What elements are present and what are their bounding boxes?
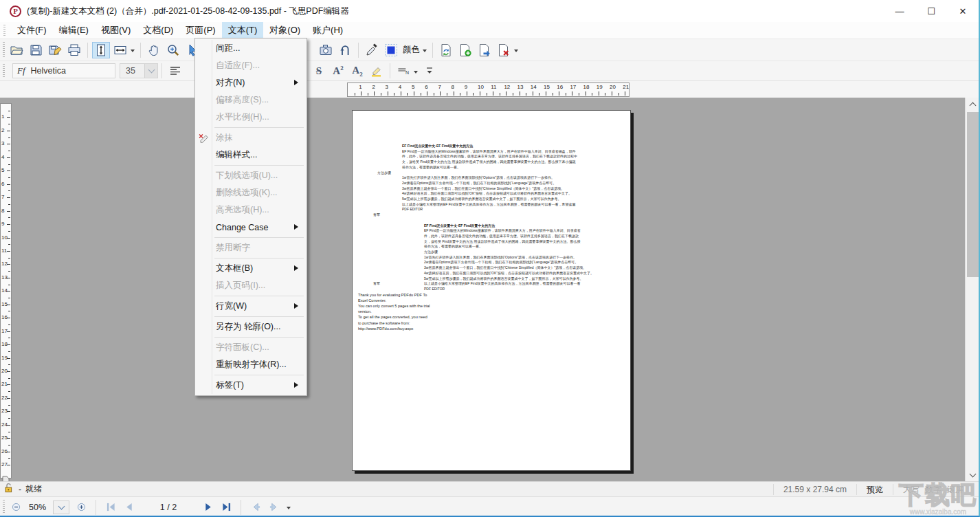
- text-menu-item[interactable]: 编辑样式...: [195, 146, 307, 164]
- document-line: 方法步骤: [353, 170, 630, 176]
- font-size-dropdown-button[interactable]: [144, 64, 157, 78]
- ruler-horizontal: 123456789101112131415161718192021: [347, 82, 630, 97]
- snapshot-icon[interactable]: [317, 42, 335, 58]
- align-left-icon[interactable]: [166, 63, 184, 79]
- toolbar-grip[interactable]: [0, 39, 7, 60]
- vertical-scrollbar[interactable]: [965, 98, 979, 481]
- scrollbar-thumb[interactable]: [967, 112, 979, 277]
- document-line: Thank you for evaluating PDFdu PDF To: [353, 292, 630, 298]
- document-page[interactable]: EF Find怎么设置中文-EF Find设置中文的方法EF Find是一款功能…: [352, 110, 631, 471]
- first-page-button[interactable]: [102, 500, 120, 515]
- text-menu-item[interactable]: 高亮选项(H)...: [195, 201, 307, 219]
- line-options-icon[interactable]: N: [394, 63, 412, 79]
- canvas[interactable]: 1234567891011121314151617181920212223242…: [0, 98, 980, 481]
- strikethrough-icon[interactable]: S: [310, 63, 328, 79]
- page-delete-icon[interactable]: [495, 42, 513, 58]
- fit-height-icon[interactable]: [92, 42, 110, 58]
- page-replace-icon[interactable]: [437, 42, 455, 58]
- window-title: (复制)-新建文本文档 (2)（合并）.pdf-2021-01-25-08-42…: [27, 6, 349, 17]
- menu-item-file[interactable]: 文件(F): [11, 22, 53, 38]
- text-menu-item[interactable]: 字符面板(C)...: [195, 339, 307, 356]
- menu-separator: [214, 337, 304, 338]
- text-menu-item[interactable]: 水平比例(H)...: [195, 109, 307, 126]
- preview-toggle[interactable]: 预览: [856, 484, 893, 495]
- text-menu-item[interactable]: 另存为 轮廓(O)...: [195, 318, 307, 336]
- open-icon[interactable]: [8, 42, 25, 58]
- hand-icon[interactable]: [145, 42, 163, 58]
- minimize-button[interactable]: —: [884, 0, 915, 22]
- previous-view-button[interactable]: [247, 500, 265, 515]
- document-line: 文，这给英 Find设置中文的方法 用这款软件造成了很大的困难，因此需要掌握设置…: [353, 160, 630, 165]
- submenu-arrow-icon: [294, 265, 301, 271]
- subscript-icon[interactable]: A2: [348, 63, 366, 79]
- menu-item-edit[interactable]: 编辑(E): [53, 22, 95, 38]
- color-swatch-caret-icon[interactable]: [423, 50, 427, 54]
- page-indicator[interactable]: 1 / 2: [137, 503, 199, 512]
- font-family-field[interactable]: Ff Helvetica: [12, 63, 115, 78]
- lock-open-icon[interactable]: [4, 483, 14, 496]
- text-menu-item[interactable]: 删除线选项(K)...: [195, 184, 307, 201]
- undo-icon[interactable]: [336, 42, 354, 58]
- page-toolbar-overflow-icon[interactable]: [287, 507, 291, 512]
- line-options-caret-icon[interactable]: [414, 71, 418, 76]
- menu-item-object[interactable]: 对象(O): [263, 22, 307, 38]
- eyedropper-icon[interactable]: [363, 42, 381, 58]
- next-view-button[interactable]: [265, 500, 282, 515]
- zoom-icon[interactable]: [164, 42, 182, 58]
- text-menu-item[interactable]: Change Case: [195, 219, 307, 236]
- maximize-button[interactable]: ☐: [915, 0, 947, 22]
- text-menu-item-label: 高亮选项(H)...: [216, 204, 269, 216]
- font-size-combo[interactable]: 35: [120, 63, 158, 78]
- text-menu-item-label: 字符面板(C)...: [216, 342, 269, 353]
- app-logo-icon: P: [10, 6, 21, 17]
- scroll-down-icon[interactable]: [966, 468, 980, 481]
- ruler-vertical: 1234567891011121314151617181920212223242…: [0, 103, 12, 478]
- menu-item-view[interactable]: 视图(V): [95, 22, 137, 38]
- text-menu-item[interactable]: 行宽(W): [195, 298, 307, 315]
- page-toolbar-grip[interactable]: [0, 497, 7, 517]
- text-menu-item[interactable]: 对齐(N): [195, 74, 307, 91]
- menu-item-document[interactable]: 文档(D): [137, 22, 179, 38]
- save-as-icon[interactable]: [46, 42, 64, 58]
- font-name-value: Helvetica: [31, 66, 66, 76]
- document-line: PDF EDITOR: [353, 207, 630, 212]
- text-menu-item[interactable]: 间距...: [195, 40, 307, 57]
- superscript-icon[interactable]: A2: [329, 63, 347, 79]
- next-page-button[interactable]: [199, 500, 217, 515]
- zoom-dropdown-button[interactable]: [53, 500, 69, 514]
- menu-item-text[interactable]: 文本(T): [222, 22, 264, 38]
- highlight-icon[interactable]: [368, 63, 386, 79]
- status-bar: - 就绪 21.59 x 27.94 cm 预览 大写 数字 滚屏: [0, 481, 979, 496]
- last-page-button[interactable]: [217, 500, 235, 515]
- num-indicator: 数字: [925, 484, 942, 496]
- toolbar-grip-2[interactable]: [0, 61, 7, 80]
- text-menu-item-label: 重新映射字体(R)...: [216, 359, 287, 371]
- zoom-in-icon[interactable]: [72, 500, 90, 515]
- text-menu-item[interactable]: 禁用断字: [195, 239, 307, 256]
- color-swatch-icon[interactable]: [382, 42, 400, 58]
- text-menu-item-label: 自适应(F)...: [216, 60, 260, 72]
- close-button[interactable]: ✕: [947, 0, 979, 22]
- save-icon[interactable]: [27, 42, 45, 58]
- scroll-up-icon[interactable]: [966, 98, 980, 111]
- menu-item-page[interactable]: 页面(P): [179, 22, 221, 38]
- text-menu-item[interactable]: 标签(T): [195, 377, 307, 394]
- text-menu-item[interactable]: 涂抹: [195, 129, 307, 146]
- text-menu-item[interactable]: 插入页码(I)...: [195, 277, 307, 294]
- overflow-icon[interactable]: [421, 63, 438, 79]
- zoom-out-icon[interactable]: [7, 500, 25, 515]
- text-menu-item[interactable]: 下划线选项(U)...: [195, 167, 307, 184]
- previous-page-button[interactable]: [120, 500, 137, 515]
- text-menu-item[interactable]: 自适应(F)...: [195, 57, 307, 74]
- fit-width-icon[interactable]: [111, 42, 129, 58]
- page-export-icon[interactable]: [476, 42, 493, 58]
- page-add-icon[interactable]: [456, 42, 474, 58]
- page-delete-caret-icon[interactable]: [514, 50, 518, 54]
- print-icon[interactable]: [65, 42, 83, 58]
- text-menu-item[interactable]: 偏移高度(S)...: [195, 91, 307, 109]
- text-menu-item[interactable]: 文本框(B): [195, 260, 307, 277]
- text-menu-item[interactable]: 重新映射字体(R)...: [195, 356, 307, 373]
- menu-item-account[interactable]: 账户(H): [307, 22, 349, 38]
- text-menu-item-label: 编辑样式...: [216, 149, 257, 161]
- fit-width-caret-icon[interactable]: [131, 50, 135, 54]
